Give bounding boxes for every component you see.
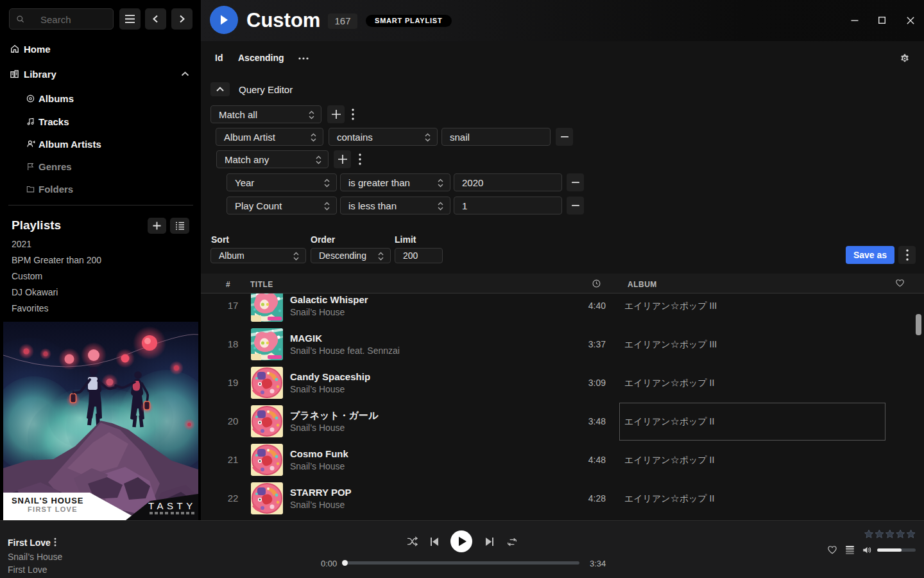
svg-text:SNAIL'S HOUSE: SNAIL'S HOUSE [12,496,83,505]
svg-text:FIRST LOVE: FIRST LOVE [28,505,78,513]
svg-text:TASTY: TASTY [148,500,196,511]
